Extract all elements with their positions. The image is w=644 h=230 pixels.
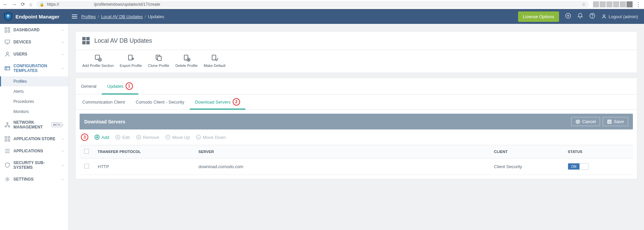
- panel-header: Download Servers Cancel Save: [80, 114, 633, 129]
- svg-text:EM: EM: [7, 15, 9, 17]
- list-icon: [5, 148, 10, 154]
- svg-rect-46: [608, 122, 611, 123]
- brand-logo-icon: EM: [4, 12, 12, 21]
- svg-rect-33: [128, 55, 132, 60]
- menu-toggle[interactable]: [72, 14, 77, 18]
- make-default-button[interactable]: Make Default: [204, 54, 226, 68]
- svg-point-28: [7, 179, 8, 180]
- help-icon[interactable]: [589, 13, 595, 20]
- ext-icon[interactable]: [600, 1, 606, 7]
- bell-icon[interactable]: [577, 13, 583, 20]
- export-profile-button[interactable]: Export Profile: [120, 54, 142, 68]
- delete-icon: [183, 54, 190, 62]
- svg-rect-21: [5, 137, 7, 138]
- ext-icon[interactable]: [606, 1, 612, 7]
- sidebar-item-users[interactable]: USERS ›: [0, 48, 68, 60]
- templates-icon: [5, 66, 10, 71]
- tab-general[interactable]: General: [76, 78, 102, 94]
- main-content: Local AV DB Updates Add Profile Section …: [68, 24, 644, 230]
- svg-point-6: [592, 17, 592, 17]
- url-input[interactable]: [47, 2, 579, 7]
- device-icon: [5, 39, 10, 45]
- license-options-button[interactable]: License Options: [518, 11, 559, 22]
- save-button[interactable]: Save: [603, 117, 628, 126]
- sidebar-sub-profiles[interactable]: Profiles: [0, 76, 68, 86]
- browser-home[interactable]: ⌂: [29, 1, 32, 7]
- breadcrumb-link[interactable]: Local AV DB Updates: [101, 14, 143, 19]
- sidebar-item-devices[interactable]: DEVICES ›: [0, 36, 68, 48]
- clone-profile-button[interactable]: Clone Profile: [148, 54, 170, 68]
- svg-rect-22: [8, 137, 10, 138]
- sidebar-item-application-store[interactable]: APPLICATION STORE ›: [0, 133, 68, 145]
- sidebar-item-configuration-templates[interactable]: CONFIGURATION TEMPLATES ›: [0, 60, 68, 76]
- browser-back[interactable]: ←: [3, 1, 8, 7]
- sidebar-sub-alerts[interactable]: Alerts: [0, 86, 68, 97]
- svg-rect-23: [5, 140, 7, 141]
- browser-menu[interactable]: ⋮: [635, 1, 641, 8]
- browser-reload[interactable]: ⟳: [21, 1, 25, 7]
- svg-rect-35: [157, 56, 161, 61]
- sidebar-item-settings[interactable]: SETTINGS ›: [0, 173, 68, 185]
- subtab-comodo-client-security[interactable]: Comodo Client - Security: [130, 94, 190, 109]
- logout-link[interactable]: Logout (admin): [601, 14, 638, 19]
- tab-updates[interactable]: Updates 1: [102, 78, 138, 94]
- export-icon: [127, 54, 135, 62]
- svg-point-18: [7, 122, 8, 124]
- shield-icon: [5, 162, 10, 168]
- svg-rect-9: [8, 28, 10, 29]
- lock-icon: 🔒: [40, 2, 44, 7]
- add-profile-section-button[interactable]: Add Profile Section: [82, 54, 114, 68]
- star-icon[interactable]: ☆: [582, 2, 586, 7]
- row-checkbox[interactable]: [84, 164, 89, 168]
- sidebar-sub-monitors[interactable]: Monitors: [0, 107, 68, 117]
- col-client[interactable]: CLIENT: [494, 150, 568, 154]
- table-row[interactable]: HTTP download.comodo.com Client Security…: [80, 158, 633, 175]
- panel-toolbar: 3 Add Edit Remove Move: [80, 129, 633, 145]
- browser-forward[interactable]: →: [12, 1, 17, 7]
- subtab-download-servers[interactable]: Download Servers 2: [190, 94, 245, 109]
- servers-table: TRANSFER PROTOCOL SERVER CLIENT STATUS H…: [80, 145, 633, 175]
- user-icon: [5, 51, 10, 57]
- move-down-button: Move Down: [196, 135, 226, 140]
- sub-tabs: Communication Client Comodo Client - Sec…: [76, 94, 637, 110]
- svg-rect-11: [8, 31, 10, 32]
- breadcrumb-link[interactable]: Profiles: [81, 14, 96, 19]
- delete-profile-button[interactable]: Delete Profile: [176, 54, 198, 68]
- cancel-button[interactable]: Cancel: [571, 117, 600, 126]
- page-title: Local AV DB Updates: [94, 37, 152, 44]
- sidebar-item-dashboard[interactable]: DASHBOARD ›: [0, 24, 68, 36]
- sidebar-item-security-subsystems[interactable]: SECURITY SUB-SYSTEMS ›: [0, 157, 68, 173]
- sidebar: DASHBOARD › DEVICES › USERS › CONFIGURAT…: [0, 24, 68, 230]
- col-status[interactable]: STATUS: [568, 150, 628, 154]
- ext-icon[interactable]: [620, 1, 626, 7]
- cell-server: download.comodo.com: [198, 164, 494, 169]
- edit-circle-icon: [115, 135, 121, 140]
- col-transfer-protocol[interactable]: TRANSFER PROTOCOL: [98, 150, 198, 154]
- cell-protocol: HTTP: [98, 164, 198, 169]
- table-header: TRANSFER PROTOCOL SERVER CLIENT STATUS: [80, 145, 633, 158]
- select-all-checkbox[interactable]: [84, 149, 89, 154]
- col-server[interactable]: SERVER: [198, 150, 494, 154]
- add-circle-icon[interactable]: [565, 13, 571, 20]
- add-button[interactable]: Add: [94, 135, 109, 140]
- cell-client: Client Security: [494, 164, 568, 169]
- svg-rect-12: [5, 40, 10, 43]
- svg-rect-8: [5, 28, 7, 29]
- clone-icon: [155, 54, 163, 62]
- sidebar-sub-procedures[interactable]: Procedures: [0, 97, 68, 107]
- chevron-down-icon: ›: [61, 68, 65, 69]
- subtab-communication-client[interactable]: Communication Client: [77, 94, 130, 109]
- ext-icon[interactable]: [613, 1, 619, 7]
- app-header: EM Endpoint Manager Profiles / Local AV …: [0, 9, 644, 24]
- gear-icon: [5, 177, 10, 182]
- status-toggle[interactable]: ON: [568, 163, 589, 170]
- sidebar-item-network-management[interactable]: NETWORK MANAGEMENTBETA ›: [0, 117, 68, 133]
- svg-rect-45: [609, 120, 610, 121]
- remove-circle-icon: [136, 135, 141, 140]
- move-up-button: Move Up: [165, 135, 190, 140]
- ext-icon[interactable]: [593, 1, 599, 7]
- address-bar[interactable]: 🔒 ☆: [36, 1, 589, 8]
- callout-2: 2: [233, 98, 240, 106]
- ext-icon[interactable]: [627, 1, 633, 7]
- sidebar-item-applications[interactable]: APPLICATIONS ›: [0, 145, 68, 157]
